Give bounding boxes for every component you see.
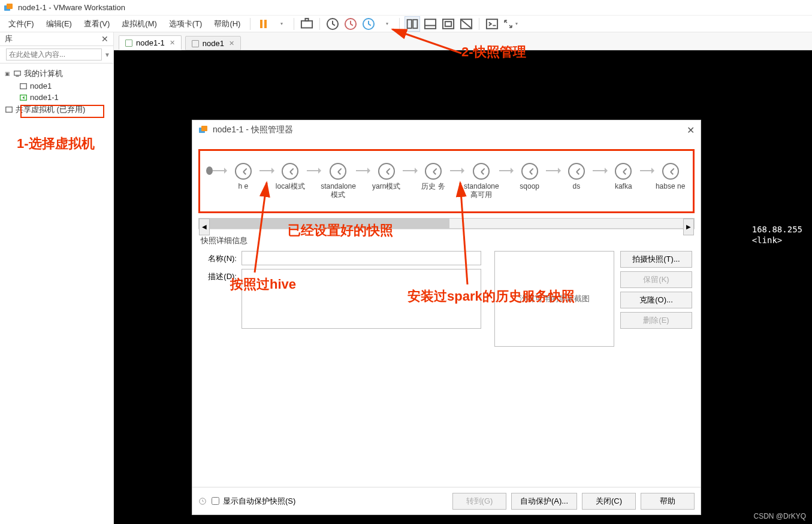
delete-button: 删除(E) (620, 312, 692, 329)
clock-icon (330, 163, 346, 180)
view-single-button[interactable] (422, 16, 438, 32)
tree-shared-vms[interactable]: 共享虚拟机 (已弃用) (2, 103, 111, 116)
console-button[interactable] (484, 16, 500, 32)
svg-rect-24 (201, 126, 207, 131)
autoprotect-checkbox-input[interactable] (212, 497, 219, 505)
library-sidebar: 库 ✕ ▼ ▣ 我的计算机 node1 node1-1 共 (0, 32, 114, 524)
search-input[interactable] (6, 49, 102, 60)
tree-item-label: node1-1 (30, 93, 59, 102)
clock-icon (521, 163, 538, 180)
tab-label: node1-1 (136, 38, 165, 47)
menu-tabs[interactable]: 选项卡(T) (163, 16, 209, 32)
tab-close-icon[interactable]: ✕ (170, 39, 175, 47)
vm-on-icon (125, 40, 132, 47)
clock-icon (198, 497, 207, 505)
autoprotect-checkbox-label: 显示自动保护快照(S) (223, 496, 295, 507)
snapshot-node[interactable]: habse ne (654, 163, 687, 190)
snapshot-timeline: h e local模式 standalone 模式 yarn模式 历史 务 st… (198, 149, 695, 213)
svg-rect-22 (6, 107, 13, 113)
clock-icon (378, 163, 395, 180)
tree-item-node1[interactable]: node1 (2, 80, 111, 92)
name-label: 名称(N): (201, 251, 237, 264)
autoprotect-button[interactable]: 自动保护(A)... (511, 493, 577, 510)
svg-rect-9 (425, 19, 436, 29)
help-button[interactable]: 帮助 (641, 493, 695, 510)
svg-rect-1 (7, 4, 13, 9)
snapshot-node[interactable]: yarn模式 (370, 163, 403, 190)
vm-on-icon (19, 93, 28, 102)
send-ctrl-alt-del-button[interactable] (299, 16, 315, 32)
timeline-scrollbar[interactable]: ◀ ▶ (198, 218, 695, 229)
clock-icon (282, 163, 298, 180)
view-unity-button[interactable] (458, 16, 474, 32)
snapshot-revert-button[interactable] (343, 16, 358, 32)
menubar: 文件(F) 编辑(E) 查看(V) 虚拟机(M) 选项卡(T) 帮助(H) (0, 16, 812, 32)
scroll-right-button[interactable]: ▶ (683, 219, 694, 235)
snapshot-node[interactable]: h e (227, 163, 259, 190)
dialog-close-button[interactable]: ✕ (687, 125, 695, 136)
stretch-button[interactable] (502, 16, 518, 32)
menu-help[interactable]: 帮助(H) (208, 16, 246, 32)
arrow-icon (213, 170, 227, 171)
shared-icon (5, 105, 13, 114)
scroll-left-button[interactable]: ◀ (199, 219, 210, 235)
tree-item-node1-1[interactable]: node1-1 (2, 92, 111, 103)
snapshot-dropdown[interactable] (379, 16, 394, 32)
snapshot-node[interactable]: ds (560, 163, 593, 190)
menu-edit[interactable]: 编辑(E) (40, 16, 78, 32)
view-fullscreen-button[interactable] (440, 16, 456, 32)
separator (399, 18, 400, 30)
menu-vm[interactable]: 虚拟机(M) (116, 16, 163, 32)
search-dropdown-icon[interactable]: ▼ (104, 52, 110, 58)
snapshot-details: 快照详细信息 名称(N): 描述(D): 没有可用的屏幕截图 拍摄快 (198, 229, 695, 347)
vmware-logo-icon (198, 125, 208, 135)
arrow-icon (356, 170, 370, 171)
snapshot-node[interactable]: 历史 务 (417, 163, 450, 190)
svg-rect-8 (413, 19, 418, 28)
screenshot-preview: 没有可用的屏幕截图 (494, 251, 614, 347)
arrow-icon (307, 170, 321, 171)
svg-rect-20 (20, 83, 27, 89)
timeline-origin (206, 166, 213, 175)
snapshot-node[interactable]: sqoop (513, 163, 546, 190)
snapshot-node[interactable]: standalone 高可用 (464, 163, 499, 199)
arrow-icon (593, 170, 607, 171)
clock-icon (662, 163, 679, 180)
menu-view[interactable]: 查看(V) (78, 16, 116, 32)
close-button[interactable]: 关闭(C) (582, 493, 636, 510)
keep-button: 保留(K) (620, 271, 692, 288)
tab-node1-1[interactable]: node1-1 ✕ (119, 35, 182, 50)
arrow-icon (499, 170, 514, 171)
menu-file[interactable]: 文件(F) (2, 16, 40, 32)
snapshot-node[interactable]: standalone 模式 (321, 163, 356, 199)
snapshot-manager-dialog: node1-1 - 快照管理器 ✕ h e local模式 standalone… (192, 120, 701, 515)
pause-dropdown[interactable] (273, 16, 289, 32)
scroll-thumb[interactable] (210, 219, 449, 228)
view-split-button[interactable] (405, 16, 420, 32)
take-snapshot-button[interactable]: 拍摄快照(T)... (620, 251, 692, 268)
vm-off-icon (19, 82, 28, 90)
snapshot-node[interactable]: local模式 (274, 163, 307, 190)
name-input[interactable] (242, 251, 481, 265)
svg-rect-18 (14, 71, 21, 75)
tree-item-label: node1 (30, 81, 52, 90)
tab-close-icon[interactable]: ✕ (229, 40, 234, 47)
tree-root-my-computer[interactable]: ▣ 我的计算机 (2, 67, 111, 80)
snapshot-node[interactable]: kafka (607, 163, 640, 190)
arrow-icon (259, 170, 274, 171)
scroll-track[interactable] (210, 219, 683, 228)
snapshot-take-button[interactable] (325, 16, 340, 32)
separator (319, 18, 320, 30)
show-autoprotect-checkbox[interactable]: 显示自动保护快照(S) (212, 496, 295, 507)
sidebar-close-button[interactable]: ✕ (99, 34, 111, 44)
arrow-icon (403, 170, 417, 171)
tab-node1[interactable]: node1 ✕ (185, 36, 241, 50)
clock-icon (235, 163, 252, 180)
separator (294, 18, 294, 30)
desc-input[interactable] (242, 269, 481, 329)
vm-tree: ▣ 我的计算机 node1 node1-1 共享虚拟机 (已弃用) (0, 63, 113, 120)
snapshot-manager-button[interactable] (361, 16, 376, 32)
arrow-icon (640, 170, 654, 171)
clone-button[interactable]: 克隆(O)... (620, 292, 692, 308)
pause-button[interactable] (255, 16, 271, 32)
